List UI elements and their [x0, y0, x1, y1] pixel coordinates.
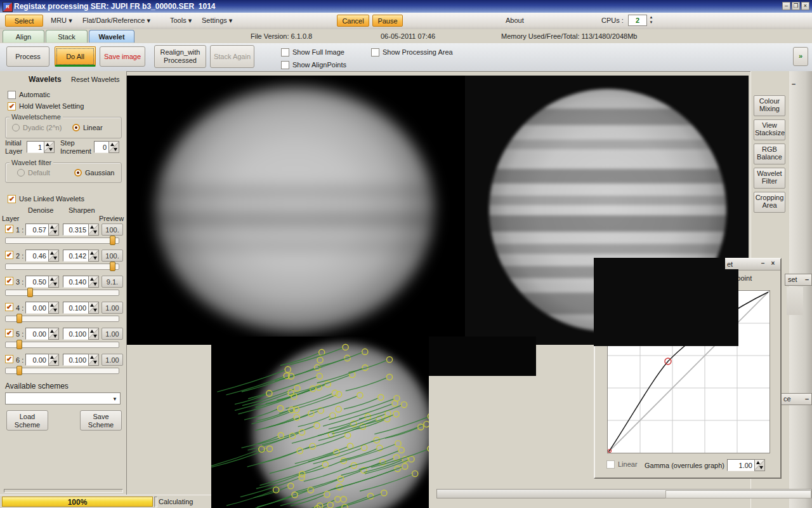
sharpen-input[interactable]: 0.100 — [63, 328, 89, 340]
show-processing-area-checkbox[interactable]: Show Processing Area — [371, 48, 453, 57]
denoise-spin-buttons[interactable] — [48, 354, 59, 366]
preview-value-button[interactable]: 1.00 — [102, 354, 123, 366]
save-scheme-button[interactable]: Save Scheme — [80, 410, 122, 431]
select-button[interactable]: Select — [5, 15, 43, 27]
menu-mru[interactable]: MRU ▾ — [51, 17, 72, 25]
sharpen-input[interactable]: 0.315 — [63, 224, 89, 236]
panel-minimize-button[interactable]: – — [792, 80, 796, 88]
denoise-input[interactable]: 0.46 — [25, 250, 49, 262]
slider-thumb[interactable] — [110, 236, 115, 245]
process-button[interactable]: Process — [6, 46, 49, 67]
denoise-spin-buttons[interactable] — [48, 224, 59, 236]
preview-value-button[interactable]: 9.1. — [102, 276, 123, 288]
denoise-spin-buttons[interactable] — [48, 276, 59, 288]
dyadic-radio[interactable]: Dyadic (2^n) — [12, 123, 62, 131]
sharpen-spin-buttons[interactable] — [88, 276, 99, 288]
expand-panel-button[interactable]: » — [793, 47, 808, 66]
edge-window-bottom[interactable]: ce – — [780, 393, 812, 405]
denoise-input[interactable]: 0.50 — [25, 276, 49, 288]
layer-enable-checkbox[interactable]: ✔ — [5, 355, 13, 363]
minimize-button[interactable]: – — [782, 2, 790, 10]
cropping-area-button[interactable]: Cropping Area — [754, 192, 785, 213]
denoise-input[interactable]: 0.57 — [25, 224, 49, 236]
pause-button[interactable]: Pause — [372, 15, 403, 27]
initial-layer-input[interactable]: 1 — [27, 141, 44, 153]
wavelet-filter-button[interactable]: Wavelet Filter — [754, 168, 785, 189]
rgb-balance-button[interactable]: RGB Balance — [754, 144, 785, 164]
gamma-minimize-button[interactable]: – — [759, 260, 767, 268]
denoise-input[interactable]: 0.00 — [25, 328, 49, 340]
denoise-spin-buttons[interactable] — [48, 302, 59, 314]
layer-enable-checkbox[interactable]: ✔ — [5, 251, 13, 259]
gamma-close-button[interactable]: × — [769, 260, 777, 268]
layer-enable-checkbox[interactable]: ✔ — [5, 277, 13, 285]
sharpen-input[interactable]: 0.140 — [63, 276, 89, 288]
denoise-spin-buttons[interactable] — [48, 328, 59, 340]
layer-enable-checkbox[interactable]: ✔ — [5, 303, 13, 311]
gamma-spin-buttons[interactable] — [754, 459, 765, 471]
hold-wavelet-checkbox[interactable]: ✔Hold Wavelet Setting — [8, 102, 84, 110]
schemes-dropdown[interactable]: ▼ — [5, 392, 121, 404]
slider-thumb[interactable] — [16, 314, 22, 323]
alignpoints-image[interactable] — [211, 337, 429, 508]
denoise-input[interactable]: 0.00 — [25, 354, 49, 366]
sharpen-spin-buttons[interactable] — [88, 328, 99, 340]
gamma-value-input[interactable]: 1.00 — [727, 459, 755, 471]
layer-slider[interactable] — [5, 264, 119, 270]
preview-image-blurred[interactable] — [127, 76, 465, 345]
automatic-checkbox[interactable]: Automatic — [8, 90, 50, 99]
denoise-spin-buttons[interactable] — [48, 250, 59, 262]
default-radio[interactable]: Default — [17, 168, 50, 177]
sharpen-input[interactable]: 0.142 — [63, 250, 89, 262]
use-linked-wavelets-checkbox[interactable]: ✔Use Linked Wavelets — [8, 194, 84, 203]
layer-slider[interactable] — [5, 316, 119, 322]
step-increment-input[interactable]: 0 — [94, 141, 109, 153]
slider-thumb[interactable] — [110, 262, 115, 271]
linear-radio[interactable]: Linear — [72, 123, 103, 131]
layer-slider[interactable] — [5, 368, 119, 374]
save-image-button[interactable]: Save image — [100, 46, 145, 67]
sharpen-input[interactable]: 0.100 — [63, 302, 89, 314]
layer-slider[interactable] — [5, 237, 119, 244]
show-full-image-checkbox[interactable]: Show Full Image — [281, 48, 344, 57]
preview-value-button[interactable]: 1.00 — [102, 328, 123, 340]
minimize-icon[interactable]: – — [805, 276, 809, 283]
slider-thumb[interactable] — [27, 288, 33, 297]
initial-layer-spin-buttons[interactable] — [44, 141, 55, 153]
view-stacksize-button[interactable]: View Stacksize — [754, 119, 785, 140]
load-scheme-button[interactable]: Load Scheme — [6, 410, 48, 431]
restore-button[interactable]: ❐ — [792, 2, 800, 10]
edge-window-top[interactable]: set – — [785, 274, 812, 286]
tab-align[interactable]: Align — [3, 30, 44, 43]
layer-slider[interactable] — [5, 290, 119, 296]
minimize-icon[interactable]: – — [805, 395, 809, 403]
sharpen-spin-buttons[interactable] — [88, 354, 99, 366]
slider-thumb[interactable] — [16, 340, 22, 349]
step-increment-spin-buttons[interactable] — [108, 141, 119, 153]
cancel-button[interactable]: Cancel — [337, 15, 369, 27]
tab-stack[interactable]: Stack — [46, 30, 88, 43]
cpus-spin-buttons[interactable]: ▲▼ — [648, 15, 655, 26]
menu-settings[interactable]: Settings ▾ — [202, 17, 232, 25]
menu-about[interactable]: About — [506, 17, 524, 24]
menu-flat-dark-reference[interactable]: Flat/Dark/Reference ▾ — [82, 17, 150, 25]
preview-value-button[interactable]: 100. — [102, 224, 123, 236]
show-alignpoints-checkbox[interactable]: Show AlignPoints — [281, 60, 346, 69]
preview-value-button[interactable]: 1.00 — [102, 302, 123, 314]
sharpen-spin-buttons[interactable] — [88, 250, 99, 262]
reset-wavelets-button[interactable]: Reset Wavelets — [71, 76, 120, 83]
colour-mixing-button[interactable]: Colour Mixing — [754, 95, 785, 116]
preview-value-button[interactable]: 100. — [102, 250, 123, 262]
cpus-spinner[interactable]: 2 — [628, 15, 647, 26]
layer-enable-checkbox[interactable]: ✔ — [5, 329, 13, 337]
gaussian-radio[interactable]: Gaussian — [74, 168, 114, 177]
sharpen-spin-buttons[interactable] — [88, 224, 99, 236]
horizontal-scrollbar[interactable] — [436, 489, 812, 498]
layer-enable-checkbox[interactable]: ✔ — [5, 225, 13, 233]
denoise-input[interactable]: 0.00 — [25, 302, 49, 314]
scrollbar-thumb[interactable] — [665, 490, 811, 498]
layer-slider[interactable] — [5, 342, 119, 348]
gamma-linear-checkbox[interactable]: Linear — [606, 460, 638, 469]
close-button[interactable]: × — [801, 2, 809, 10]
sharpen-spin-buttons[interactable] — [88, 302, 99, 314]
